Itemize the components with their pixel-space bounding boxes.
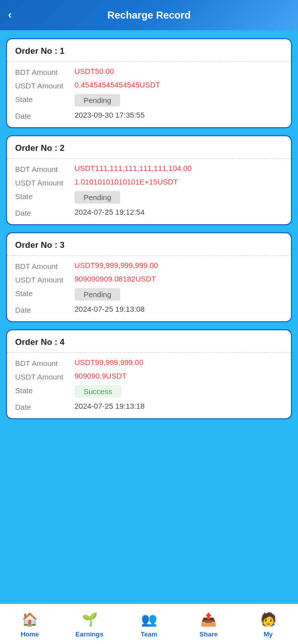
order-body-4: BDT Amount USDT99,999,999.00 USDT Amount… (7, 353, 291, 418)
header: ‹ Recharge Record (0, 0, 298, 30)
order-list: Order No : 1 BDT Amount USDT50.00 USDT A… (0, 30, 298, 604)
my-icon: 🧑 (259, 611, 277, 629)
state-badge-3: Pending (74, 288, 120, 301)
order-body-3: BDT Amount USDT99,999,999,999.00 USDT Am… (7, 256, 291, 321)
date-row-4: Date 2024-07-25 19:13:18 (15, 402, 283, 411)
bdt-label-2: BDT Amount (15, 164, 70, 173)
state-row-4: State Success (15, 385, 283, 398)
date-value-2: 2024-07-25 19:12:54 (74, 208, 283, 216)
usdt-value-2: 1.0101010101010​1E+15USDT (74, 177, 283, 186)
order-card-1: Order No : 1 BDT Amount USDT50.00 USDT A… (6, 38, 292, 128)
usdt-label-2: USDT Amount (15, 177, 70, 187)
bdt-value-3: USDT99,999,999,999.00 (74, 261, 283, 269)
order-header-4: Order No : 4 (7, 330, 291, 353)
usdt-row-4: USDT Amount 909090.9USDT (15, 372, 283, 381)
bdt-value-4: USDT99,999,999.00 (74, 358, 283, 366)
bdt-row-3: BDT Amount USDT99,999,999,999.00 (15, 261, 283, 270)
bdt-row-1: BDT Amount USDT50.00 (15, 67, 283, 76)
nav-share-label: Share (199, 630, 217, 638)
nav-team-label: Team (140, 630, 157, 638)
state-label-4: State (15, 385, 70, 395)
usdt-label-1: USDT Amount (15, 80, 70, 90)
bottom-navigation: 🏠 Home 🌱 Earnings 👥 Team 📤 Share 🧑 My (0, 604, 298, 644)
date-label-1: Date (15, 111, 70, 120)
order-card-4: Order No : 4 BDT Amount USDT99,999,999.0… (6, 329, 292, 419)
state-row-1: State Pending (15, 94, 283, 107)
bdt-label-1: BDT Amount (15, 67, 70, 76)
bdt-label-3: BDT Amount (15, 261, 70, 270)
date-value-1: 2023-09-30 17:35:55 (74, 111, 283, 119)
nav-share[interactable]: 📤 Share (179, 611, 238, 638)
usdt-value-3: 909090909.08182USDT (74, 274, 283, 283)
order-header-1: Order No : 1 (7, 39, 291, 62)
bdt-value-1: USDT50.00 (74, 67, 283, 75)
date-value-4: 2024-07-25 19:13:18 (74, 402, 283, 410)
share-icon: 📤 (199, 611, 217, 629)
state-badge-2: Pending (74, 191, 120, 204)
state-badge-4: Success (74, 385, 121, 398)
usdt-row-1: USDT Amount 0.45454545454545USDT (15, 80, 283, 90)
nav-my-label: My (264, 630, 273, 638)
state-label-2: State (15, 191, 70, 201)
state-row-2: State Pending (15, 191, 283, 204)
usdt-value-4: 909090.9USDT (74, 372, 283, 380)
order-header-3: Order No : 3 (7, 233, 291, 256)
bdt-value-2: USDT111,111,111,111,111,104.00 (74, 164, 283, 172)
nav-my[interactable]: 🧑 My (239, 611, 298, 638)
back-button[interactable]: ‹ (8, 9, 12, 22)
date-label-3: Date (15, 305, 70, 314)
nav-earnings-label: Earnings (76, 630, 104, 638)
home-icon: 🏠 (21, 611, 39, 629)
state-badge-1: Pending (74, 94, 120, 107)
page-title: Recharge Record (107, 10, 191, 21)
bdt-label-4: BDT Amount (15, 358, 70, 367)
state-label-1: State (15, 94, 70, 104)
team-icon: 👥 (140, 611, 158, 629)
date-row-1: Date 2023-09-30 17:35:55 (15, 111, 283, 120)
earnings-icon: 🌱 (81, 611, 99, 629)
date-row-2: Date 2024-07-25 19:12:54 (15, 208, 283, 217)
usdt-row-2: USDT Amount 1.0101010101010​1E+15USDT (15, 177, 283, 187)
date-row-3: Date 2024-07-25 19:13:08 (15, 305, 283, 314)
order-body-1: BDT Amount USDT50.00 USDT Amount 0.45454… (7, 62, 291, 127)
date-value-3: 2024-07-25 19:13:08 (74, 305, 283, 313)
order-card-2: Order No : 2 BDT Amount USDT111,111,111,… (6, 135, 292, 225)
nav-team[interactable]: 👥 Team (119, 611, 179, 638)
nav-home[interactable]: 🏠 Home (0, 611, 59, 638)
order-body-2: BDT Amount USDT111,111,111,111,111,104.0… (7, 159, 291, 224)
bdt-row-2: BDT Amount USDT111,111,111,111,111,104.0… (15, 164, 283, 173)
usdt-row-3: USDT Amount 909090909.08182USDT (15, 274, 283, 284)
order-header-2: Order No : 2 (7, 136, 291, 159)
date-label-4: Date (15, 402, 70, 411)
bdt-row-4: BDT Amount USDT99,999,999.00 (15, 358, 283, 367)
nav-home-label: Home (21, 630, 39, 638)
nav-earnings[interactable]: 🌱 Earnings (59, 611, 119, 638)
date-label-2: Date (15, 208, 70, 217)
usdt-label-4: USDT Amount (15, 372, 70, 381)
state-label-3: State (15, 288, 70, 298)
state-row-3: State Pending (15, 288, 283, 301)
usdt-value-1: 0.45454545454545USDT (74, 80, 283, 89)
order-card-3: Order No : 3 BDT Amount USDT99,999,999,9… (6, 232, 292, 322)
usdt-label-3: USDT Amount (15, 274, 70, 284)
